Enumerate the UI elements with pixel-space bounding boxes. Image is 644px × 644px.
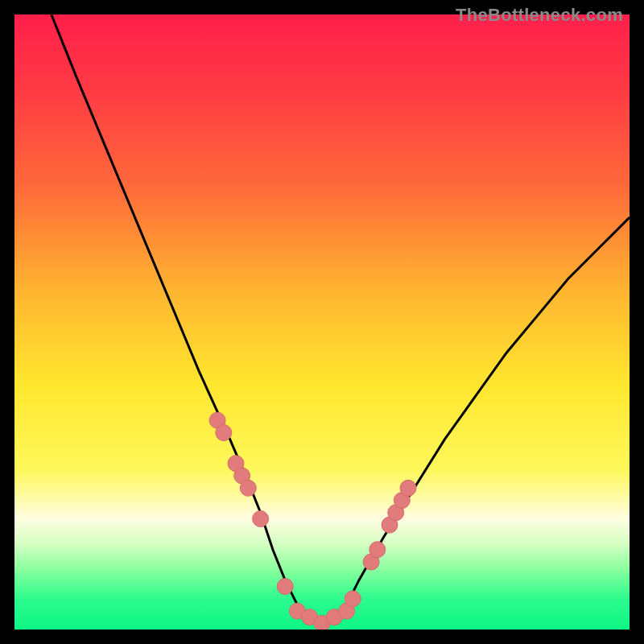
marker-point [345, 591, 361, 607]
watermark-text: TheBottleneck.com [456, 5, 623, 26]
bottleneck-chart [14, 14, 630, 630]
marker-point [240, 480, 256, 496]
marker-point [216, 425, 232, 441]
marker-point [277, 579, 293, 595]
marker-point [400, 480, 416, 496]
marker-point [369, 542, 386, 558]
chart-frame [14, 14, 630, 630]
marker-point [253, 511, 269, 527]
gradient-background [14, 14, 630, 630]
